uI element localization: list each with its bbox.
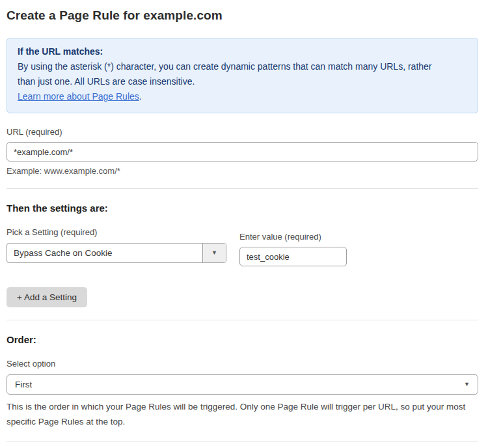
- info-box-heading: If the URL matches:: [18, 44, 467, 59]
- setting-picker-caret-button[interactable]: ▼: [202, 244, 226, 262]
- order-select-value: First: [15, 380, 32, 389]
- chevron-down-icon: ▼: [211, 250, 217, 256]
- settings-section-heading: Then the settings are:: [7, 203, 478, 214]
- learn-more-link[interactable]: Learn more about Page Rules: [18, 91, 139, 102]
- info-box-body: By using the asterisk (*) character, you…: [18, 59, 447, 89]
- url-helper-text: Example: www.example.com/*: [7, 166, 478, 176]
- divider: [7, 188, 478, 189]
- link-period: .: [139, 91, 142, 102]
- page-rule-form: Create a Page Rule for example.com If th…: [7, 0, 478, 448]
- divider: [7, 320, 478, 320]
- setting-value-label: Enter value (required): [239, 232, 347, 242]
- info-link-line: Learn more about Page Rules.: [18, 89, 467, 104]
- order-helper-text: This is the order in which your Page Rul…: [7, 399, 478, 429]
- setting-value-column: Enter value (required): [239, 214, 347, 266]
- setting-picker-dropdown[interactable]: Bypass Cache on Cookie ▼: [7, 243, 226, 263]
- setting-picker-column: Pick a Setting (required) Bypass Cache o…: [7, 214, 226, 263]
- order-select-label: Select option: [7, 359, 478, 369]
- url-input[interactable]: [7, 142, 478, 161]
- setting-picker-value: Bypass Cache on Cookie: [7, 244, 202, 262]
- url-label: URL (required): [7, 127, 478, 137]
- url-matches-info-box: If the URL matches: By using the asteris…: [7, 38, 478, 113]
- setting-value-input[interactable]: [239, 247, 347, 266]
- chevron-down-icon: ▼: [464, 382, 470, 387]
- order-section-heading: Order:: [7, 334, 478, 345]
- divider: [7, 441, 478, 442]
- settings-row: Pick a Setting (required) Bypass Cache o…: [7, 214, 478, 266]
- add-setting-button[interactable]: + Add a Setting: [7, 287, 87, 307]
- order-select-dropdown[interactable]: First ▼: [7, 374, 478, 395]
- setting-picker-label: Pick a Setting (required): [7, 227, 226, 237]
- page-title: Create a Page Rule for example.com: [7, 8, 478, 23]
